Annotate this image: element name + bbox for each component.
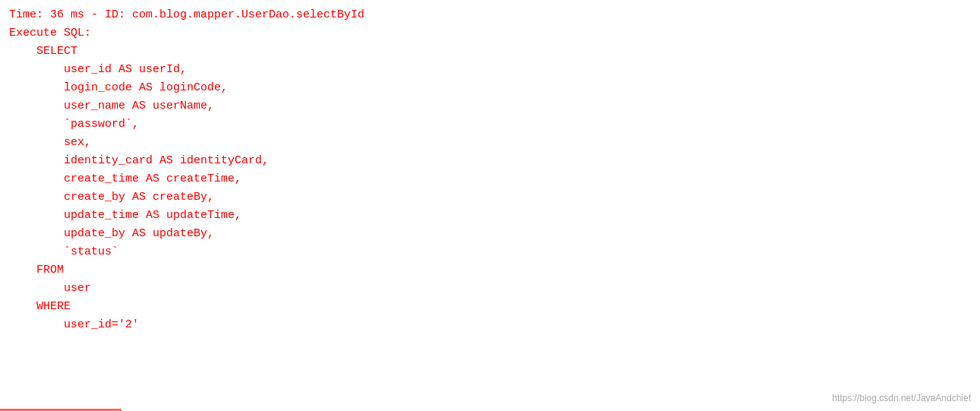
code-line: `status`	[9, 243, 971, 261]
code-line: user_name AS userName,	[9, 97, 971, 115]
code-line: WHERE	[9, 298, 971, 316]
code-line: user_id AS userId,	[9, 61, 971, 79]
code-line: FROM	[9, 261, 971, 280]
code-line: `password`,	[9, 115, 971, 134]
code-line: sex,	[9, 134, 971, 152]
code-line: login_code AS loginCode,	[9, 79, 971, 97]
code-line: Execute SQL:	[9, 24, 971, 43]
code-line: create_time AS createTime,	[9, 170, 971, 188]
code-line: update_by AS updateBy,	[9, 225, 971, 243]
code-line: Time: 36 ms - ID: com.blog.mapper.UserDa…	[9, 6, 971, 24]
code-line: user	[9, 280, 971, 298]
code-line: update_time AS updateTime,	[9, 207, 971, 225]
watermark: https://blog.csdn.net/JavaAndchief	[832, 393, 971, 403]
code-line: create_by AS createBy,	[9, 188, 971, 207]
code-line: user_id='2'	[9, 316, 971, 334]
code-line: identity_card AS identityCard,	[9, 152, 971, 170]
sql-output: Time: 36 ms - ID: com.blog.mapper.UserDa…	[0, 0, 980, 340]
code-line: SELECT	[9, 43, 971, 61]
